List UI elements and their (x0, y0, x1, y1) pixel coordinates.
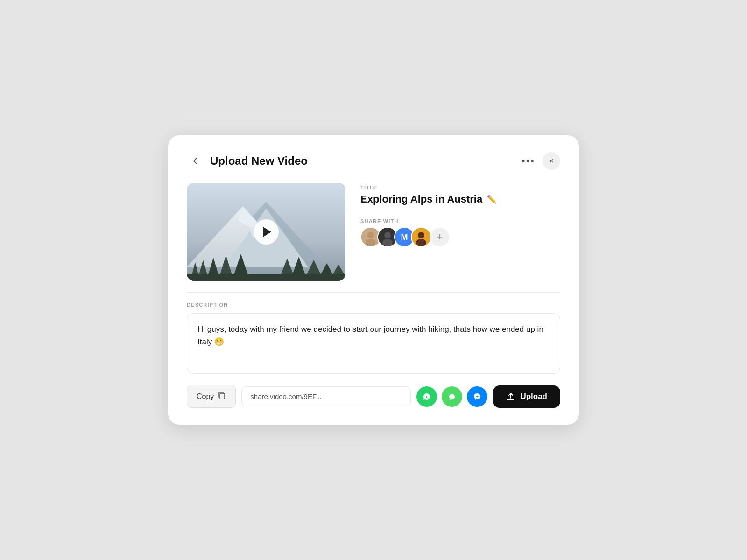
title-label: TITLE (360, 185, 560, 190)
avatar-4[interactable] (411, 227, 431, 247)
close-button[interactable]: × (543, 152, 560, 170)
svg-point-19 (366, 239, 376, 246)
svg-point-27 (421, 391, 433, 403)
svg-point-22 (382, 239, 393, 246)
main-content: TITLE Exploring Alps in Austria ✏️ SHARE… (187, 183, 560, 281)
description-text: Hi guys, today with my friend we decided… (187, 313, 560, 374)
upload-label: Upload (520, 392, 547, 401)
title-row: Exploring Alps in Austria ✏️ (360, 193, 560, 205)
svg-rect-26 (220, 393, 225, 399)
video-title: Exploring Alps in Austria (360, 193, 482, 205)
whatsapp-icon[interactable] (416, 386, 437, 407)
play-icon (263, 227, 271, 237)
svg-point-24 (418, 232, 424, 238)
header-left: Upload New Video (187, 153, 308, 169)
copy-button[interactable]: Copy (187, 385, 236, 408)
video-thumbnail (187, 183, 345, 281)
upload-button[interactable]: Upload (493, 385, 560, 408)
svg-point-21 (384, 232, 391, 238)
divider (187, 292, 560, 293)
description-label: DESCRIPTION (187, 302, 560, 308)
imessage-icon[interactable] (442, 386, 462, 407)
header-right: ••• × (521, 152, 560, 170)
page-title: Upload New Video (210, 154, 308, 168)
modal-header: Upload New Video ••• × (187, 152, 560, 170)
svg-rect-16 (187, 274, 345, 281)
svg-point-29 (471, 391, 483, 403)
svg-point-18 (367, 232, 374, 238)
add-avatar-button[interactable]: + (430, 227, 450, 247)
share-avatars: M + (360, 227, 560, 247)
share-icons (416, 386, 487, 407)
video-info: TITLE Exploring Alps in Austria ✏️ SHARE… (360, 183, 560, 281)
play-button[interactable] (254, 219, 279, 245)
svg-point-25 (416, 239, 426, 246)
messenger-icon[interactable] (467, 386, 487, 407)
copy-icon (218, 391, 226, 402)
share-label: SHARE WITH (360, 218, 560, 224)
back-button[interactable] (187, 153, 204, 169)
url-display: share.video.com/9EF... (241, 386, 411, 406)
copy-label: Copy (197, 392, 214, 401)
bottom-bar: Copy share.video.com/9EF... (187, 385, 560, 408)
more-button[interactable]: ••• (521, 155, 535, 167)
edit-icon[interactable]: ✏️ (487, 195, 497, 204)
upload-modal: Upload New Video ••• × (168, 135, 579, 425)
